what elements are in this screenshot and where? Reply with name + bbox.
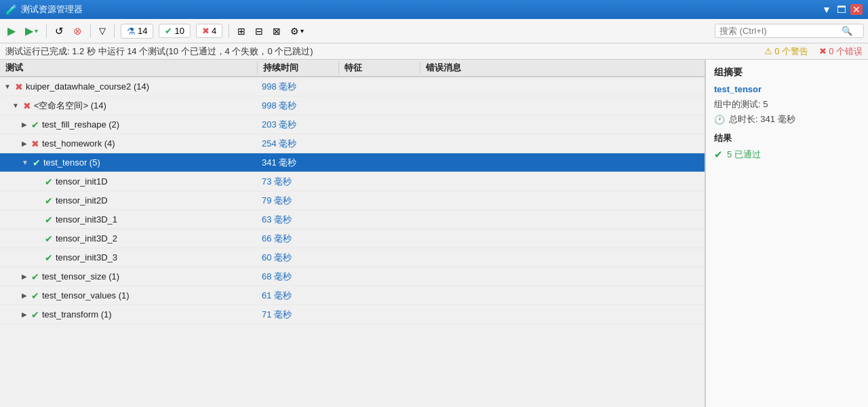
search-box[interactable]: 🔍	[715, 24, 864, 38]
app-title: 测试资源管理器	[21, 3, 83, 16]
results-title: 结果	[714, 132, 860, 144]
table-body: ▼ ✖ kuiper_datawhale_course2 (14) 998 毫秒…	[0, 77, 705, 407]
run-dropdown-button[interactable]: ▶▾	[22, 22, 41, 39]
warning-count: 0 个警告	[774, 45, 808, 58]
check-icon: ✔	[45, 233, 53, 244]
app-icon: 🧪	[5, 4, 17, 15]
layout-button-2[interactable]: ⊟	[252, 24, 267, 39]
name-cell: ✔ tensor_init3D_2	[0, 233, 258, 244]
check-icon: ✔	[45, 176, 53, 187]
title-bar-left: 🧪 测试资源管理器	[5, 3, 83, 16]
expand-icon[interactable]: ▼	[12, 102, 19, 109]
test-name: test_tensor (5)	[43, 157, 100, 168]
test-name: test_fill_reshape (2)	[42, 119, 119, 130]
pass-count-badge[interactable]: ✔ 10	[159, 24, 190, 38]
summary-group-name: test_tensor	[714, 84, 860, 94]
close-button[interactable]: ✕	[850, 4, 863, 15]
fail-icon: ✖	[23, 100, 31, 111]
table-row[interactable]: ✔ tensor_init3D_3 60 毫秒	[0, 248, 705, 267]
total-count: 14	[138, 26, 147, 36]
table-row[interactable]: ▼ ✔ test_tensor (5) 341 毫秒	[0, 153, 705, 172]
table-row[interactable]: ▼ ✖ <空命名空间> (14) 998 毫秒	[0, 96, 705, 115]
fail-icon: ✖	[15, 81, 23, 92]
table-row[interactable]: ✔ tensor_init2D 79 毫秒	[0, 191, 705, 210]
duration-cell: 998 毫秒	[258, 81, 339, 93]
fail-count: 4	[212, 26, 216, 36]
duration-cell: 61 毫秒	[258, 290, 339, 302]
stop-button[interactable]: ⊗	[70, 23, 85, 39]
filter-button[interactable]: ▽	[96, 24, 109, 38]
name-cell: ▼ ✖ kuiper_datawhale_course2 (14)	[0, 81, 258, 92]
rerun-button[interactable]: ↺	[52, 23, 67, 39]
name-cell: ▶ ✔ test_tensor_values (1)	[0, 290, 258, 301]
expand-icon[interactable]: ▶	[22, 121, 27, 128]
name-cell: ✔ tensor_init3D_1	[0, 214, 258, 225]
name-cell: ✔ tensor_init1D	[0, 176, 258, 187]
tests-in-group-label: 组中的测试: 5	[714, 98, 768, 111]
table-row[interactable]: ▶ ✔ test_tensor_size (1) 68 毫秒	[0, 267, 705, 286]
test-name: tensor_init3D_1	[56, 214, 117, 225]
layout-button-3[interactable]: ⊠	[269, 24, 284, 39]
col-header-test: 测试	[0, 62, 258, 74]
duration-cell: 203 毫秒	[258, 119, 339, 131]
main-container: 测试 持续时间 特征 错误消息 ▼ ✖ kuiper_datawhale_cou…	[0, 60, 868, 407]
expand-icon[interactable]: ▶	[22, 273, 27, 280]
table-header: 测试 持续时间 特征 错误消息	[0, 60, 705, 77]
test-name: test_tensor_values (1)	[42, 290, 130, 301]
duration-cell: 998 毫秒	[258, 100, 339, 112]
table-row[interactable]: ✔ tensor_init3D_2 66 毫秒	[0, 229, 705, 248]
test-name: test_transform (1)	[42, 309, 112, 319]
test-name: kuiper_datawhale_course2 (14)	[26, 81, 149, 92]
fail-count-badge[interactable]: ✖ 4	[196, 24, 222, 38]
warnings-badge: ⚠ 0 个警告	[764, 45, 808, 58]
check-icon: ✔	[45, 214, 53, 225]
error-count: 0 个错误	[829, 45, 863, 58]
settings-button[interactable]: ⚙▾	[287, 24, 307, 39]
name-cell: ▶ ✔ test_transform (1)	[0, 309, 258, 320]
fail-icon: ✖	[202, 26, 210, 36]
table-row[interactable]: ▶ ✖ test_homework (4) 254 毫秒	[0, 134, 705, 153]
table-row[interactable]: ▼ ✖ kuiper_datawhale_course2 (14) 998 毫秒	[0, 77, 705, 96]
test-name: tensor_init3D_2	[56, 233, 117, 244]
test-name: test_homework (4)	[42, 138, 115, 149]
table-row[interactable]: ▶ ✔ test_fill_reshape (2) 203 毫秒	[0, 115, 705, 134]
status-message: 测试运行已完成: 1.2 秒 中运行 14 个测试(10 个已通过，4 个失败，…	[5, 45, 313, 58]
name-cell: ▼ ✖ <空命名空间> (14)	[0, 100, 258, 112]
layout-button-1[interactable]: ⊞	[234, 24, 249, 39]
expand-icon[interactable]: ▶	[22, 292, 27, 299]
fail-icon: ✖	[31, 138, 39, 149]
separator-3	[114, 24, 115, 38]
check-icon: ✔	[45, 195, 53, 206]
error-icon: ✖	[819, 46, 827, 56]
minimize-button[interactable]: ▼	[821, 4, 833, 15]
duration-cell: 60 毫秒	[258, 252, 339, 264]
table-row[interactable]: ▶ ✔ test_tensor_values (1) 61 毫秒	[0, 286, 705, 305]
flask-icon: ⚗	[127, 26, 136, 37]
restore-button[interactable]: 🗖	[835, 4, 848, 15]
table-row[interactable]: ✔ tensor_init1D 73 毫秒	[0, 172, 705, 191]
expand-icon[interactable]: ▼	[22, 159, 28, 166]
expand-icon[interactable]: ▼	[4, 83, 11, 90]
expand-icon[interactable]: ▶	[22, 311, 27, 318]
test-name: tensor_init3D_3	[56, 252, 117, 263]
name-cell: ▶ ✔ test_fill_reshape (2)	[0, 119, 258, 130]
errors-badge: ✖ 0 个错误	[819, 45, 863, 58]
duration-cell: 73 毫秒	[258, 176, 339, 188]
summary-results-section: 结果 ✔ 5 已通过	[714, 132, 860, 161]
run-button[interactable]: ▶	[4, 22, 19, 39]
name-cell: ✔ tensor_init2D	[0, 195, 258, 206]
total-duration-label: 总时长: 341 毫秒	[729, 113, 795, 125]
test-name: tensor_init1D	[56, 176, 108, 187]
total-count-badge[interactable]: ⚗ 14	[121, 24, 153, 39]
duration-cell: 254 毫秒	[258, 138, 339, 150]
check-icon: ✔	[31, 309, 39, 320]
table-row[interactable]: ▶ ✔ test_transform (1) 71 毫秒	[0, 305, 705, 324]
separator-1	[46, 24, 47, 38]
table-row[interactable]: ✔ tensor_init3D_1 63 毫秒	[0, 210, 705, 229]
summary-panel: 组摘要 test_tensor 组中的测试: 5 🕐 总时长: 341 毫秒 结…	[705, 60, 868, 407]
test-panel: 测试 持续时间 特征 错误消息 ▼ ✖ kuiper_datawhale_cou…	[0, 60, 705, 407]
search-input[interactable]	[719, 26, 842, 36]
col-header-duration: 持续时间	[258, 62, 339, 74]
separator-4	[229, 24, 229, 38]
expand-icon[interactable]: ▶	[22, 140, 27, 147]
